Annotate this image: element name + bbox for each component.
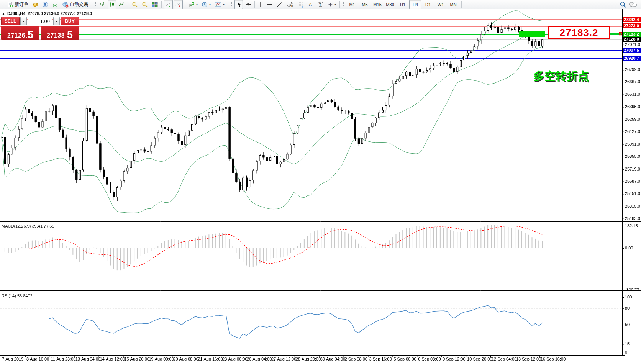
timeframe-button-W1[interactable]: W1	[434, 0, 447, 9]
text-icon: A	[308, 2, 313, 7]
buy-price-main: 27138	[47, 32, 65, 39]
tile-windows-icon	[152, 2, 158, 8]
toolbar-separator	[161, 1, 162, 8]
periods-dropdown[interactable]: ▾	[200, 0, 212, 9]
crosshair-button[interactable]	[244, 0, 252, 9]
templates-icon	[215, 2, 221, 7]
toolbar-grip[interactable]	[343, 2, 344, 8]
svg-text:F: F	[302, 5, 303, 8]
equidistant-channel-button[interactable]: E	[285, 0, 295, 9]
crosshair-icon	[245, 2, 251, 7]
vertical-line-icon	[258, 2, 263, 7]
volume-decrease-button[interactable]: ▼	[20, 17, 27, 25]
symbol-period-label: DJ30-,H4	[7, 11, 25, 16]
chevron-down-icon: ▾	[209, 3, 211, 6]
arrows-dropdown[interactable]: ▾	[326, 0, 338, 9]
zoom-out-button[interactable]	[140, 0, 149, 9]
collapse-triangle-icon[interactable]: ▲	[2, 12, 5, 15]
trendline-button[interactable]	[275, 0, 284, 9]
wallet-icon	[32, 2, 38, 8]
candlestick-icon	[109, 2, 115, 7]
price-tag: 27273.0	[623, 23, 641, 28]
toolbar: 新订单	[0, 0, 641, 9]
fibonacci-icon: F	[297, 2, 304, 8]
autoscroll-button[interactable]	[164, 0, 173, 9]
autotrading-button[interactable]: 自动交易	[61, 0, 90, 9]
price-tag: 27007.5	[623, 48, 641, 53]
rsi-indicator-label: RSI(14) 53.8402	[2, 293, 33, 298]
autoscroll-icon	[165, 2, 171, 7]
price-chart-canvas[interactable]	[0, 9, 641, 364]
timeframe-group: M1M5M15M30H1H4D1W1MN	[346, 0, 459, 9]
trendline-icon	[277, 2, 283, 7]
timeframe-button-M5[interactable]: M5	[359, 0, 371, 9]
timeframe-button-M30[interactable]: M30	[384, 0, 396, 9]
indicators-dropdown[interactable]: ▾	[187, 0, 199, 9]
chevron-down-icon: ▾	[223, 3, 225, 6]
toolbar-grip[interactable]	[2, 2, 4, 8]
bar-chart-button[interactable]	[98, 0, 107, 9]
vertical-line-button[interactable]	[257, 0, 264, 9]
toolbar-separator	[254, 1, 255, 8]
volume-input[interactable]: 1.00	[28, 17, 52, 25]
zoom-out-icon	[142, 2, 148, 8]
chart-shift-icon	[175, 2, 181, 7]
sell-price-display[interactable]: 27126.5	[1, 26, 39, 40]
chevron-down-icon: ▾	[334, 3, 336, 6]
price-tag: 27342.4	[623, 17, 641, 22]
text-label-icon: T	[317, 2, 324, 7]
toolbar-separator	[128, 1, 128, 8]
decimal-dot: .	[65, 33, 67, 39]
timeframe-button-D1[interactable]: D1	[422, 0, 434, 9]
svg-text:E: E	[291, 5, 293, 8]
text-label-button[interactable]: T	[316, 0, 325, 9]
chat-icon[interactable]	[629, 1, 637, 8]
toolbar-separator	[92, 1, 92, 8]
price-tag: 27183.2	[623, 32, 641, 37]
mt4-window: 新订单	[0, 0, 641, 364]
line-chart-button[interactable]	[117, 0, 126, 9]
toolbar-separator	[185, 1, 185, 8]
buy-price-frac: 5	[67, 31, 73, 39]
zoom-in-button[interactable]	[130, 0, 139, 9]
timeframe-button-M1[interactable]: M1	[346, 0, 358, 9]
cursor-button[interactable]	[234, 0, 243, 9]
search-icon[interactable]	[620, 1, 626, 8]
price-tag: 27128.0	[623, 37, 641, 42]
toolbar-separator	[461, 1, 462, 8]
signals-button[interactable]	[51, 0, 60, 9]
channel-icon: E	[287, 2, 293, 8]
ohlc-readout: 27078.0 27136.0 27077.0 27128.0	[28, 11, 92, 16]
volume-increase-button[interactable]: ▲	[53, 17, 60, 25]
toolbar-grip[interactable]	[95, 2, 97, 8]
indicators-icon	[189, 2, 195, 7]
templates-dropdown[interactable]: ▾	[213, 0, 226, 9]
wallet-button[interactable]	[31, 0, 40, 9]
timeframe-button-MN[interactable]: MN	[447, 0, 459, 9]
fibonacci-button[interactable]: F	[296, 0, 306, 9]
timeframe-button-H1[interactable]: H1	[397, 0, 409, 9]
price-callout-box[interactable]: 27183.2	[548, 26, 610, 39]
text-button[interactable]: A	[307, 0, 315, 9]
line-chart-icon	[119, 2, 125, 7]
toolbar-separator	[228, 1, 228, 8]
buy-button[interactable]: BUY	[61, 17, 79, 25]
toolbar-grip[interactable]	[231, 2, 233, 8]
zoom-in-icon	[132, 2, 138, 8]
buy-price-display[interactable]: 27138.5	[41, 26, 79, 40]
horizontal-line-button[interactable]	[265, 0, 274, 9]
turning-point-annotation[interactable]: 多空转折点	[533, 69, 589, 84]
timeframe-button-M15[interactable]: M15	[371, 0, 384, 9]
new-order-label: 新订单	[15, 1, 28, 8]
candlestick-chart-button[interactable]	[108, 0, 116, 9]
chart-shift-button[interactable]	[174, 0, 183, 9]
new-order-button[interactable]: 新订单	[6, 0, 30, 9]
sell-button[interactable]: SELL	[1, 17, 20, 25]
timeframe-button-H4[interactable]: H4	[409, 0, 421, 9]
new-order-icon	[7, 2, 13, 8]
autotrading-label: 自动交易	[70, 1, 88, 8]
community-button[interactable]	[41, 0, 50, 9]
tile-windows-button[interactable]	[150, 0, 159, 9]
decimal-dot: .	[26, 33, 27, 39]
periods-icon	[202, 2, 208, 8]
